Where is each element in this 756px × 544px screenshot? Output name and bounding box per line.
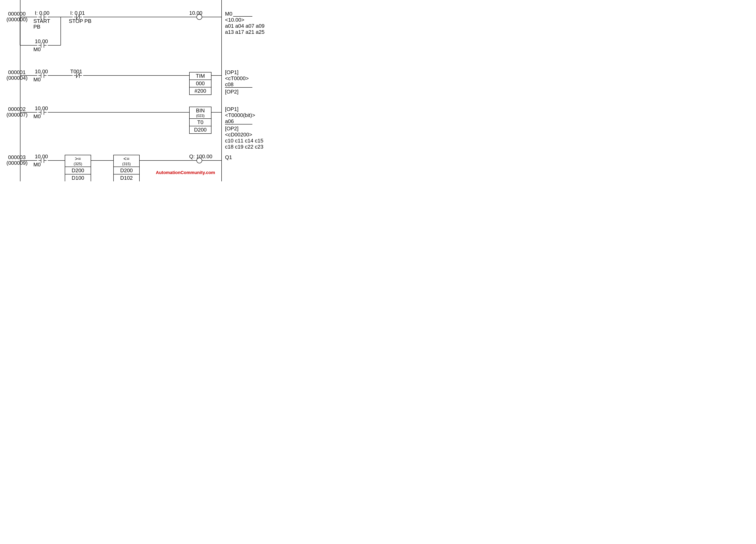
rung-step-sub: (000000) xyxy=(6,17,28,23)
contact-address: 10.00 xyxy=(35,69,48,75)
rung-wire xyxy=(48,160,65,161)
xref-line: a06 xyxy=(225,118,234,124)
branch-wire xyxy=(48,45,61,46)
rung-wire xyxy=(20,17,37,17)
xref-title: [OP1] xyxy=(225,106,238,112)
output-function-block: TIM000#200 xyxy=(189,72,211,95)
rung-wire xyxy=(202,160,221,161)
xref-extra: c10 c11 c14 c15 xyxy=(225,138,263,144)
rung-step-sub: (000007) xyxy=(6,112,28,118)
contact-address: 10.00 xyxy=(35,105,48,112)
rung-wire xyxy=(211,75,221,76)
xref-extra: [OP2] xyxy=(225,126,238,132)
rung-wire xyxy=(20,112,37,113)
contact-address: I: 0.01 xyxy=(70,10,85,16)
xref-title: Q1 xyxy=(225,154,232,160)
contact-address: 10.00 xyxy=(35,38,48,45)
contact-address: T001 xyxy=(70,69,82,75)
watermark: AutomationCommunity.com xyxy=(156,170,215,175)
contact-comment: PB xyxy=(33,24,40,30)
rung-step-main: 000002 xyxy=(8,106,26,112)
rung-wire xyxy=(48,17,73,17)
rung-step-main: 000001 xyxy=(8,69,26,75)
xref-subtitle: <T0000(bit)> xyxy=(225,112,255,118)
ladder-diagram: 000000(000000)I: 0.00STARTPBI: 0.01STOP … xyxy=(0,0,252,181)
xref-subtitle: <cT0000> xyxy=(225,75,249,82)
xref-title: [OP1] xyxy=(225,69,238,75)
output-function-block: BIN(023)T0D200 xyxy=(189,107,211,134)
branch-join xyxy=(61,17,61,45)
xref-extra: <cD00200> xyxy=(225,132,252,138)
contact-comment: STOP PB xyxy=(69,18,91,24)
rung-wire xyxy=(211,112,221,113)
rung-wire xyxy=(20,160,37,161)
xref-extra: c18 c19 c22 c23 xyxy=(225,144,263,150)
rung-step-sub: (000009) xyxy=(6,160,28,166)
rung-wire xyxy=(48,75,73,76)
compare-block: <=(315)D200D102 xyxy=(113,155,140,181)
contact-address: I: 0.00 xyxy=(35,10,49,16)
branch-wire xyxy=(20,45,37,46)
compare-block: >=(325)D200D100 xyxy=(65,155,91,181)
rung-wire xyxy=(48,112,189,113)
xref-line: c08 xyxy=(225,82,234,88)
right-power-rail xyxy=(221,0,222,181)
xref-title: M0 xyxy=(225,11,232,17)
rung-step-main: 000003 xyxy=(8,154,26,160)
rung-wire xyxy=(20,75,37,76)
rung-wire xyxy=(91,160,113,161)
rung-step-main: 000000 xyxy=(8,11,26,17)
rung-step-sub: (000004) xyxy=(6,75,28,81)
xref-line: a13 a17 a21 a25 xyxy=(225,29,264,35)
rung-wire xyxy=(83,17,196,17)
rung-wire xyxy=(202,17,221,17)
xref-subtitle: <10.00> xyxy=(225,17,244,23)
xref-line: a01 a04 a07 a09 xyxy=(225,23,264,29)
branch-vline xyxy=(20,17,20,45)
coil-address: Q: 100.00 xyxy=(189,154,212,160)
contact-address: 10.00 xyxy=(35,154,48,160)
contact-comment: START xyxy=(33,18,50,24)
coil-address: 10.00 xyxy=(189,10,202,16)
rung-wire xyxy=(83,75,189,76)
rung-wire xyxy=(140,160,196,161)
contact-comment: M0 xyxy=(33,162,41,168)
contact-comment: M0 xyxy=(33,47,41,53)
xref-extra: [OP2] xyxy=(225,89,238,95)
contact-comment: M0 xyxy=(33,77,41,83)
contact-comment: M0 xyxy=(33,114,41,120)
